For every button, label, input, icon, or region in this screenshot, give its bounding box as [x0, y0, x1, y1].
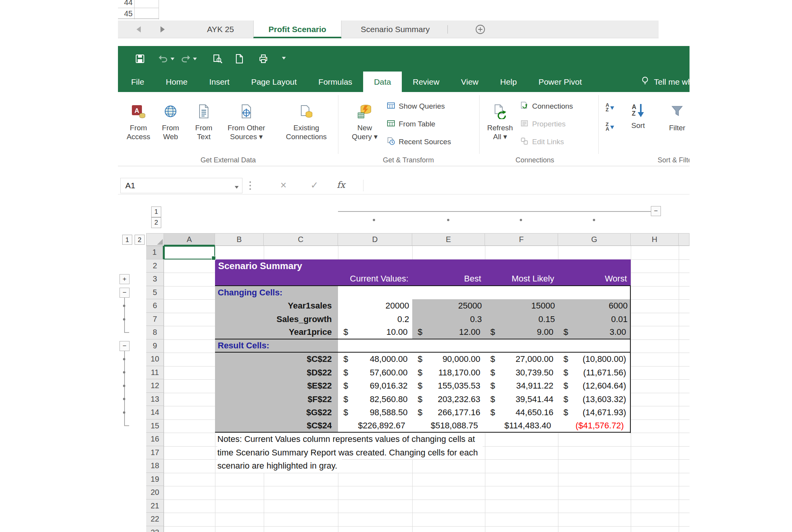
column-outline-level-1-button[interactable]: 1 — [151, 206, 161, 217]
cell-empty[interactable] — [215, 272, 338, 285]
refresh-all-button[interactable]: Refresh All ▾ — [481, 104, 519, 141]
sort-button[interactable]: AZ Sort — [623, 104, 654, 130]
cell-summary-most-likely[interactable]: $114,483.40 — [485, 419, 558, 432]
ribbon-tab-view[interactable]: View — [450, 72, 489, 92]
column-header-partial[interactable] — [679, 233, 690, 246]
cell-empty[interactable] — [412, 339, 485, 352]
cell-result-name[interactable]: $G$22 — [215, 406, 338, 419]
cell-sales-growth-most-likely[interactable]: 0.15 — [485, 313, 558, 326]
quick-print-icon[interactable] — [258, 54, 268, 65]
cell-sales-growth-current[interactable]: 0.2 — [338, 313, 412, 326]
ribbon-tab-page-layout[interactable]: Page Layout — [240, 72, 307, 92]
row-header-45[interactable]: 45 — [118, 9, 133, 19]
from-web-button[interactable]: From Web — [152, 104, 189, 141]
cell-result-name[interactable]: $F$22 — [215, 393, 338, 406]
redo-icon[interactable] — [181, 54, 191, 65]
row-header-5[interactable]: 5 — [146, 286, 164, 300]
ribbon-tab-help[interactable]: Help — [489, 72, 527, 92]
cell-result-worst[interactable]: $(14,671.93) — [558, 406, 631, 419]
ribbon-tab-home[interactable]: Home — [155, 72, 198, 92]
cell-sales-growth-name[interactable]: Sales_growth — [215, 313, 338, 326]
cell-summary-worst[interactable]: ($41,576.72) — [558, 419, 631, 432]
column-header-C[interactable]: C — [264, 233, 338, 246]
scenario-summary-title[interactable]: Scenario Summary — [218, 259, 302, 273]
cell-year1sales-most-likely[interactable]: 15000 — [485, 299, 558, 313]
cell-sales-growth-best[interactable]: 0.3 — [412, 313, 485, 326]
cell-result-name[interactable]: $C$22 — [215, 353, 338, 366]
show-queries-button[interactable]: Show Queries — [387, 100, 445, 113]
row-header-9[interactable]: 9 — [146, 339, 164, 353]
name-box[interactable]: A1 — [120, 178, 242, 193]
cell-result-name[interactable]: $D$22 — [215, 366, 338, 380]
ribbon-tab-insert[interactable]: Insert — [198, 72, 241, 92]
cell-year1price-best[interactable]: $12.00 — [412, 326, 485, 339]
cell-result-current[interactable]: $69,016.32 — [338, 379, 412, 393]
cell-changing-cells-label[interactable]: Changing Cells: — [215, 286, 338, 300]
customize-toolbar-caret-icon[interactable] — [282, 57, 286, 61]
formula-input[interactable] — [365, 177, 686, 194]
cell-result-most-likely[interactable]: $44,650.16 — [485, 406, 558, 419]
cell-year1price-worst[interactable]: $3.00 — [558, 326, 631, 339]
row-group-collapse-button[interactable]: − — [119, 288, 130, 298]
row-header-10[interactable]: 10 — [146, 353, 164, 366]
cell-result-worst[interactable]: $(13,603.32) — [558, 393, 631, 406]
cell-empty[interactable] — [558, 339, 631, 352]
row-header-14[interactable]: 14 — [146, 406, 164, 419]
column-header-G[interactable]: G — [558, 233, 631, 246]
cell-result-most-likely[interactable]: $30,739.50 — [485, 366, 558, 380]
cell-empty[interactable] — [558, 286, 631, 300]
col-header-best[interactable]: Best — [412, 272, 485, 285]
from-table-button[interactable]: From Table — [387, 118, 435, 131]
cell-result-cells-label[interactable]: Result Cells: — [215, 339, 338, 352]
column-header-E[interactable]: E — [412, 233, 485, 246]
row-header-13[interactable]: 13 — [146, 393, 164, 406]
ribbon-tab-review[interactable]: Review — [402, 72, 450, 92]
undo-menu-caret-icon[interactable] — [171, 58, 174, 62]
row-outline-level-2-button[interactable]: 2 — [135, 235, 145, 245]
cell-empty[interactable] — [485, 286, 558, 300]
redo-menu-caret-icon[interactable] — [193, 58, 197, 62]
save-icon[interactable] — [135, 54, 145, 65]
row-header-12[interactable]: 12 — [146, 379, 164, 393]
insert-function-icon[interactable]: fx — [337, 177, 345, 193]
sheet-nav-prev-icon[interactable] — [137, 26, 141, 32]
cell-result-current[interactable]: $82,560.80 — [338, 393, 412, 406]
notes-line-1[interactable]: Notes: Current Values column represents … — [217, 433, 480, 446]
row-header-6[interactable]: 6 — [146, 299, 164, 313]
cell-result-worst[interactable]: $(10,800.00) — [558, 353, 631, 366]
row-group-collapse-button[interactable]: − — [119, 341, 130, 351]
sheet-tab-scenario-summary[interactable]: Scenario Summary — [349, 20, 441, 38]
cell-year1sales-name[interactable]: Year1sales — [215, 299, 338, 313]
row-header-15[interactable]: 15 — [146, 419, 164, 433]
cell-result-best[interactable]: $155,035.53 — [412, 379, 485, 393]
cell-result-current[interactable]: $57,600.00 — [338, 366, 412, 380]
sort-descending-button[interactable]: ZA — [606, 122, 614, 131]
cell-result-current[interactable]: $98,588.50 — [338, 406, 412, 419]
row-header-2[interactable]: 2 — [146, 259, 164, 273]
from-text-button[interactable]: From Text — [185, 104, 222, 141]
ribbon-tab-power-pivot[interactable]: Power Pivot — [527, 72, 592, 92]
column-header-A[interactable]: A — [164, 233, 215, 246]
cell-result-best[interactable]: $266,177.16 — [412, 406, 485, 419]
row-header-18[interactable]: 18 — [146, 459, 164, 473]
cell-result-most-likely[interactable]: $34,911.22 — [485, 379, 558, 393]
cell-result-worst[interactable]: $(12,604.64) — [558, 379, 631, 393]
cell-result-most-likely[interactable]: $39,541.44 — [485, 393, 558, 406]
cell-result-most-likely[interactable]: $27,000.00 — [485, 353, 558, 366]
notes-line-3[interactable]: scenario are highlighted in gray. — [217, 459, 342, 473]
cell-year1sales-worst[interactable]: 6000 — [558, 299, 631, 313]
cancel-icon[interactable]: × — [280, 177, 287, 194]
cell-year1price-current[interactable]: $10.00 — [338, 326, 412, 339]
row-group-expand-button[interactable]: + — [119, 274, 130, 284]
col-header-current-values[interactable]: Current Values: — [338, 272, 412, 285]
column-header-D[interactable]: D — [338, 233, 412, 246]
cell-result-best[interactable]: $118,170.00 — [412, 366, 485, 380]
new-query-button[interactable]: New Query ▾ — [346, 104, 383, 141]
new-sheet-button[interactable] — [475, 24, 486, 35]
row-header-22[interactable]: 22 — [146, 513, 164, 526]
cell-result-current[interactable]: $48,000.00 — [338, 353, 412, 366]
sheet-tab-profit-scenario[interactable]: Profit Scenario — [253, 20, 341, 38]
row-header-19[interactable]: 19 — [146, 473, 164, 486]
name-box-caret-icon[interactable] — [235, 186, 239, 191]
cell-empty[interactable] — [338, 286, 412, 300]
